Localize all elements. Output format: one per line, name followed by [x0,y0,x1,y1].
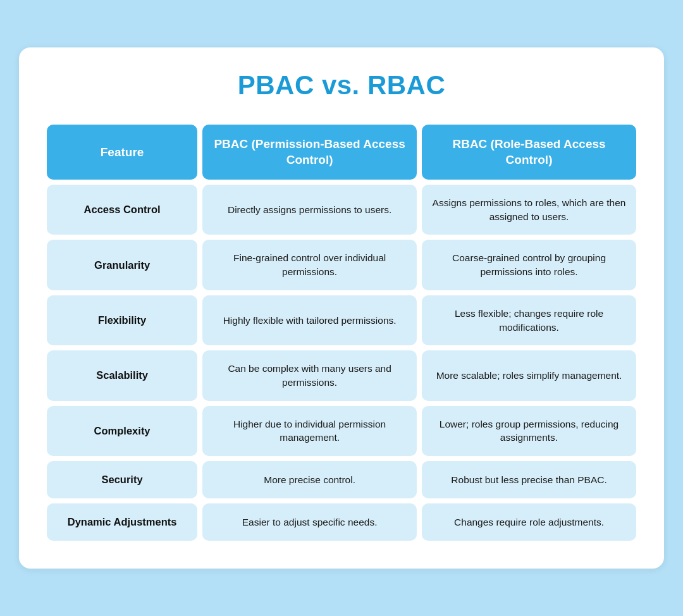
feature-cell-2: Flexibility [47,295,197,345]
pbac-cell-0: Directly assigns permissions to users. [202,185,417,235]
table-row: FlexibilityHighly flexible with tailored… [47,295,636,345]
main-card: PBAC vs. RBAC Feature PBAC (Permission-B… [19,47,664,569]
pbac-cell-5: More precise control. [202,461,417,498]
header-rbac: RBAC (Role-Based Access Control) [422,125,636,180]
rbac-cell-4: Lower; roles group permissions, reducing… [422,406,636,456]
header-pbac: PBAC (Permission-Based Access Control) [202,125,417,180]
pbac-cell-3: Can be complex with many users and permi… [202,350,417,400]
feature-cell-0: Access Control [47,185,197,235]
rbac-cell-6: Changes require role adjustments. [422,503,636,541]
page-title: PBAC vs. RBAC [42,70,641,101]
feature-cell-5: Security [47,461,197,498]
table-row: ComplexityHigher due to individual permi… [47,406,636,456]
pbac-cell-2: Highly flexible with tailored permission… [202,295,417,345]
rbac-cell-5: Robust but less precise than PBAC. [422,461,636,498]
feature-cell-3: Scalability [47,350,197,400]
rbac-cell-0: Assigns permissions to roles, which are … [422,185,636,235]
table-row: SecurityMore precise control.Robust but … [47,461,636,498]
feature-cell-6: Dynamic Adjustments [47,503,197,541]
pbac-cell-4: Higher due to individual permission mana… [202,406,417,456]
feature-cell-4: Complexity [47,406,197,456]
rbac-cell-1: Coarse-grained control by grouping permi… [422,240,636,290]
comparison-table: Feature PBAC (Permission-Based Access Co… [42,120,641,546]
header-feature: Feature [47,125,197,180]
rbac-cell-2: Less flexible; changes require role modi… [422,295,636,345]
feature-cell-1: Granularity [47,240,197,290]
table-row: ScalabilityCan be complex with many user… [47,350,636,400]
table-row: Access ControlDirectly assigns permissio… [47,185,636,235]
table-row: GranularityFine-grained control over ind… [47,240,636,290]
rbac-cell-3: More scalable; roles simplify management… [422,350,636,400]
table-row: Dynamic AdjustmentsEasier to adjust spec… [47,503,636,541]
pbac-cell-1: Fine-grained control over individual per… [202,240,417,290]
pbac-cell-6: Easier to adjust specific needs. [202,503,417,541]
